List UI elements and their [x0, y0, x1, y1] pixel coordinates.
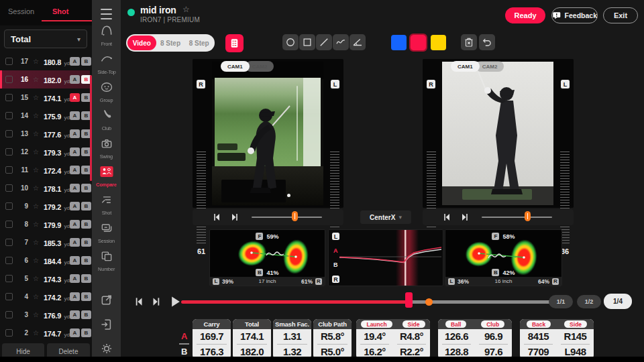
- assign-b-button[interactable]: B: [81, 202, 91, 210]
- assign-b-button[interactable]: B: [81, 238, 91, 247]
- star-icon[interactable]: ☆: [33, 311, 39, 318]
- assign-a-button[interactable]: A: [70, 328, 80, 337]
- center-metric-dropdown[interactable]: CenterX ▾: [360, 210, 411, 224]
- shot-checkbox[interactable]: [5, 166, 13, 174]
- segment-video-0[interactable]: Video: [127, 36, 156, 50]
- segment-8-step-1[interactable]: 8 Step: [156, 36, 185, 50]
- star-icon[interactable]: ☆: [33, 58, 39, 65]
- shot-row[interactable]: 4☆174.2 ydAB: [0, 288, 90, 306]
- export-icon[interactable]: [92, 288, 121, 312]
- timeline-event-marker[interactable]: [425, 298, 433, 306]
- camera-tab-cam2[interactable]: CAM2: [476, 61, 504, 72]
- shot-row[interactable]: 16☆182.0 ydAB: [0, 70, 90, 88]
- sequence-button[interactable]: [225, 34, 244, 52]
- shot-row[interactable]: 6☆184.4 ydAB: [0, 251, 90, 269]
- rect-tool-button[interactable]: [299, 34, 315, 50]
- clear-drawings-button[interactable]: [461, 34, 477, 50]
- video-frame-left[interactable]: [212, 62, 323, 205]
- curve-tool-button[interactable]: [333, 34, 349, 50]
- assign-b-button[interactable]: B: [81, 310, 91, 319]
- menu-icon[interactable]: [101, 7, 112, 21]
- sidebar-item-session[interactable]: Session: [92, 219, 121, 247]
- shot-checkbox[interactable]: [5, 184, 13, 192]
- speed-button-1-2[interactable]: 1/2: [577, 295, 601, 308]
- shot-row[interactable]: 9☆179.2 ydAB: [0, 197, 90, 215]
- shot-checkbox[interactable]: [5, 329, 13, 337]
- star-icon[interactable]: ☆: [33, 148, 39, 156]
- timeline-playhead[interactable]: [405, 292, 413, 308]
- shot-row[interactable]: 14☆175.9 ydAB: [0, 107, 90, 125]
- assign-a-button[interactable]: A: [70, 75, 80, 84]
- assign-a-button[interactable]: A: [70, 111, 80, 120]
- shot-checkbox[interactable]: [5, 76, 13, 83]
- feedback-button[interactable]: Feedback: [551, 7, 598, 23]
- shot-checkbox[interactable]: [5, 58, 13, 65]
- assign-a-button[interactable]: A: [70, 129, 80, 138]
- step-back-button[interactable]: [211, 212, 222, 223]
- assign-a-button[interactable]: A: [70, 202, 80, 210]
- tab-shot[interactable]: Shot: [52, 7, 68, 15]
- timeline-step-back-button[interactable]: [133, 296, 145, 308]
- sidebar-item-shot[interactable]: Shot: [92, 190, 121, 219]
- star-icon[interactable]: ☆: [33, 221, 39, 228]
- assign-b-button[interactable]: B: [81, 184, 91, 192]
- ready-button[interactable]: Ready: [505, 7, 545, 23]
- sidebar-item-group[interactable]: Group: [92, 78, 121, 106]
- shot-row[interactable]: 11☆172.4 ydAB: [0, 161, 90, 179]
- segment-8-step-2[interactable]: 8 Step: [184, 36, 213, 50]
- star-icon[interactable]: ☆: [33, 112, 39, 119]
- star-icon[interactable]: ☆: [33, 239, 39, 246]
- camera-tab-cam2[interactable]: CAM2: [246, 61, 274, 72]
- frame-slider-handle[interactable]: [525, 211, 531, 221]
- star-icon[interactable]: ☆: [33, 329, 39, 337]
- favorite-star-icon[interactable]: ☆: [182, 5, 190, 14]
- timeline-track-elapsed[interactable]: [181, 300, 411, 304]
- shot-row[interactable]: 15☆174.1 ydAB: [0, 88, 90, 107]
- star-icon[interactable]: ☆: [33, 166, 39, 174]
- assign-a-button[interactable]: A: [70, 274, 80, 283]
- shot-checkbox[interactable]: [5, 257, 13, 264]
- star-icon[interactable]: ☆: [33, 184, 39, 192]
- shot-checkbox[interactable]: [5, 275, 13, 282]
- frame-slider-left[interactable]: [252, 217, 322, 218]
- shot-row[interactable]: 5☆174.3 ydAB: [0, 269, 90, 288]
- shot-row[interactable]: 12☆179.3 ydAB: [0, 143, 90, 161]
- color-swatch-red[interactable]: [411, 35, 426, 50]
- shot-checkbox[interactable]: [5, 311, 13, 318]
- undo-button[interactable]: [479, 34, 495, 50]
- frame-slider-handle[interactable]: [292, 211, 298, 221]
- camera-tab-cam1[interactable]: CAM1: [451, 61, 480, 72]
- shot-checkbox[interactable]: [5, 94, 13, 101]
- assign-b-button[interactable]: B: [81, 328, 91, 337]
- assign-a-button[interactable]: A: [70, 310, 80, 319]
- sidebar-item-side-top[interactable]: Side-Top: [92, 50, 121, 78]
- sidebar-item-swing[interactable]: Swing: [92, 134, 121, 162]
- assign-a-button[interactable]: A: [70, 147, 80, 156]
- shot-row[interactable]: 10☆178.1 ydAB: [0, 179, 90, 197]
- sidebar-item-number[interactable]: Number: [92, 247, 121, 275]
- star-icon[interactable]: ☆: [33, 130, 39, 137]
- star-icon[interactable]: ☆: [33, 94, 39, 101]
- shot-checkbox[interactable]: [5, 202, 13, 210]
- shot-row[interactable]: 2☆174.7 ydAB: [0, 324, 90, 342]
- camera-tab-cam1[interactable]: CAM1: [221, 61, 250, 72]
- star-icon[interactable]: ☆: [33, 275, 39, 282]
- shot-row[interactable]: 13☆177.6 ydAB: [0, 125, 90, 143]
- speed-button-1-1[interactable]: 1/1: [549, 295, 573, 308]
- assign-a-button[interactable]: A: [70, 57, 80, 66]
- step-forward-button[interactable]: [229, 212, 240, 223]
- assign-b-button[interactable]: B: [81, 57, 91, 66]
- sidebar-item-compare[interactable]: Compare: [92, 162, 121, 190]
- star-icon[interactable]: ☆: [33, 293, 39, 300]
- assign-a-button[interactable]: A: [70, 184, 80, 192]
- assign-b-button[interactable]: B: [81, 256, 91, 265]
- shot-checkbox[interactable]: [5, 148, 13, 156]
- shot-row[interactable]: 17☆180.8 ydAB: [0, 52, 90, 70]
- assign-a-button[interactable]: A: [70, 292, 80, 301]
- shot-row[interactable]: 3☆176.9 ydAB: [0, 306, 90, 324]
- assign-b-button[interactable]: B: [81, 274, 91, 283]
- assign-a-button[interactable]: A: [70, 238, 80, 247]
- shot-row[interactable]: 8☆179.9 ydAB: [0, 215, 90, 233]
- shot-checkbox[interactable]: [5, 239, 13, 246]
- sidebar-item-club[interactable]: Club: [92, 106, 121, 134]
